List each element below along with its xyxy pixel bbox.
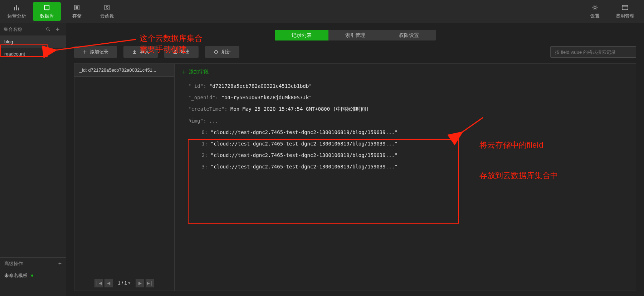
svg-rect-6 <box>75 6 78 9</box>
plus-icon <box>83 50 87 54</box>
status-dot <box>31 274 33 277</box>
field-openid[interactable]: "_openid": "o4-ry5H5U0v3tkKZ8jduMk80S7Jk… <box>188 92 630 103</box>
tab-records[interactable]: 记录列表 <box>275 30 328 40</box>
svg-point-8 <box>594 6 596 8</box>
record-tabs: 记录列表 索引管理 权限设置 <box>275 30 436 40</box>
search-icon <box>46 27 51 32</box>
field-id[interactable]: "_id": "d721728a5ecb782a00321c4513cb1bdb… <box>188 80 630 92</box>
nav-storage[interactable]: 存储 <box>63 2 91 21</box>
collapse-caret-icon[interactable]: ▾ <box>189 115 192 126</box>
add-collection-button[interactable] <box>53 25 62 34</box>
svg-rect-2 <box>18 8 19 10</box>
svg-point-11 <box>47 28 49 30</box>
database-icon <box>43 4 51 11</box>
bar-chart-icon <box>13 4 21 11</box>
import-icon <box>132 49 137 54</box>
field-createtime[interactable]: "createTime": Mon May 25 2020 15:47:54 G… <box>188 103 630 115</box>
pager-last[interactable]: ▶❘ <box>146 279 154 287</box>
svg-rect-4 <box>45 6 49 10</box>
svg-line-12 <box>49 30 50 31</box>
export-icon <box>173 49 178 54</box>
search-collections-button[interactable] <box>44 25 53 34</box>
collection-item-blog[interactable]: blog <box>0 35 66 48</box>
svg-rect-7 <box>105 5 109 10</box>
import-button[interactable]: 导入 <box>123 46 158 58</box>
record-detail: 添加字段 "_id": "d721728a5ecb782a00321c4513c… <box>175 64 636 291</box>
svg-rect-1 <box>16 5 17 10</box>
img-item-2[interactable]: 2: "cloud://test-dgnc2.7465-test-dgnc2-1… <box>188 149 630 161</box>
img-item-0[interactable]: 0: "cloud://test-dgnc2.7465-test-dgnc2-1… <box>188 126 630 138</box>
record-list: _id: d721728a5ecb782a00321c451... ❘◀ ◀ 1… <box>74 64 175 291</box>
storage-icon <box>73 4 81 11</box>
pager-info: 1 / 1 ▾ <box>114 280 135 286</box>
nav-database[interactable]: 数据库 <box>33 2 61 21</box>
img-item-3[interactable]: 3: "cloud://test-dgnc2.7465-test-dgnc2-1… <box>188 161 630 172</box>
nav-functions[interactable]: 云函数 <box>93 2 121 21</box>
function-icon <box>103 4 111 11</box>
nav-settings[interactable]: 设置 <box>581 2 609 21</box>
refresh-icon <box>214 49 219 54</box>
search-records-input[interactable] <box>550 46 636 58</box>
add-record-button[interactable]: 添加记录 <box>74 46 117 58</box>
record-item[interactable]: _id: d721728a5ecb782a00321c451... <box>74 64 174 77</box>
plus-icon <box>182 70 186 74</box>
billing-icon <box>621 4 629 11</box>
gear-icon <box>591 4 599 11</box>
plus-icon <box>55 27 60 32</box>
record-pager: ❘◀ ◀ 1 / 1 ▾ ▶ ▶❘ <box>74 275 174 291</box>
img-item-1[interactable]: 1: "cloud://test-dgnc2.7465-test-dgnc2-1… <box>188 138 630 149</box>
refresh-button[interactable]: 刷新 <box>205 46 239 58</box>
template-item[interactable]: 未命名模板 <box>0 269 66 282</box>
svg-rect-0 <box>14 7 15 10</box>
export-button[interactable]: 导出 <box>164 46 199 58</box>
pager-first[interactable]: ❘◀ <box>94 279 103 287</box>
add-field-button[interactable]: 添加字段 <box>180 67 630 80</box>
field-img[interactable]: ▾ "img": ... <box>188 115 630 126</box>
pager-next[interactable]: ▶ <box>136 279 144 287</box>
sidebar-title: 集合名称 <box>4 26 22 33</box>
tab-permissions[interactable]: 权限设置 <box>382 30 436 40</box>
nav-analytics[interactable]: 运营分析 <box>3 2 31 21</box>
tab-indexes[interactable]: 索引管理 <box>328 30 382 40</box>
nav-billing[interactable]: 费用管理 <box>611 2 639 21</box>
svg-rect-9 <box>622 5 628 10</box>
collections-sidebar: 集合名称 blog readcount 高级操作 + 未命名模板 <box>0 23 66 296</box>
advanced-operations[interactable]: 高级操作 + <box>0 257 66 269</box>
pager-prev[interactable]: ◀ <box>104 279 113 287</box>
plus-icon: + <box>58 261 62 267</box>
collection-item-readcount[interactable]: readcount <box>0 48 66 60</box>
json-viewer: "_id": "d721728a5ecb782a00321c4513cb1bdb… <box>180 80 630 173</box>
